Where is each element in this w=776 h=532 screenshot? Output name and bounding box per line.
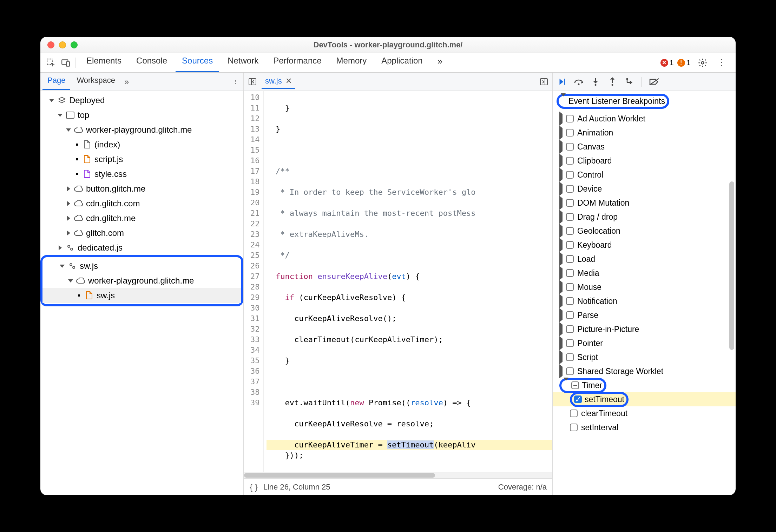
settings-icon[interactable]	[696, 56, 710, 70]
category-item[interactable]: Notification	[553, 294, 736, 308]
category-item[interactable]: Media	[553, 266, 736, 280]
category-item[interactable]: Parse	[553, 308, 736, 322]
checkbox[interactable]	[566, 171, 574, 179]
subtab-more[interactable]: »	[121, 77, 132, 87]
timer-child[interactable]: clearTimeout	[553, 406, 736, 420]
category-item[interactable]: Script	[553, 350, 736, 364]
category-item[interactable]: Device	[553, 182, 736, 196]
checkbox[interactable]	[566, 213, 574, 221]
tree-file-scriptjs[interactable]: script.js	[40, 152, 243, 167]
timer-child[interactable]: ✓setTimeout	[553, 392, 736, 406]
subtab-page[interactable]: Page	[42, 73, 70, 90]
tree-deployed[interactable]: Deployed	[40, 93, 243, 108]
tree-origin-button[interactable]: button.glitch.me	[40, 181, 243, 196]
tab-performance[interactable]: Performance	[267, 53, 328, 72]
tab-network[interactable]: Network	[221, 53, 265, 72]
editor-hscrollbar[interactable]	[244, 472, 552, 478]
right-vscrollbar[interactable]	[729, 181, 734, 350]
kebab-menu-icon[interactable]: ⋮	[715, 56, 729, 70]
checkbox[interactable]	[570, 410, 578, 417]
pretty-print-icon[interactable]: { }	[250, 482, 258, 492]
tree-top[interactable]: top	[40, 108, 243, 122]
tree-file-stylecss[interactable]: style.css	[40, 167, 243, 181]
category-item[interactable]: Pointer	[553, 336, 736, 350]
tree-origin-cdncom[interactable]: cdn.glitch.com	[40, 196, 243, 211]
navigator-pane: Page Workspace » ⋮ Deployed top	[40, 73, 244, 495]
category-item[interactable]: Canvas	[553, 140, 736, 154]
zoom-window-button[interactable]	[71, 41, 78, 48]
tree-sw-root[interactable]: sw.js	[42, 259, 241, 273]
category-item[interactable]: Drag / drop	[553, 210, 736, 224]
checkbox[interactable]	[566, 199, 574, 207]
code-editor[interactable]: 1011121314151617181920212223242526272829…	[244, 91, 552, 472]
tab-elements[interactable]: Elements	[80, 53, 128, 72]
category-item[interactable]: Control	[553, 168, 736, 182]
checkbox[interactable]	[566, 143, 574, 151]
tree-sw-origin[interactable]: worker-playground.glitch.me	[42, 273, 241, 288]
checkbox[interactable]	[566, 115, 574, 122]
tree-origin-glitch[interactable]: glitch.com	[40, 226, 243, 240]
tab-memory[interactable]: Memory	[330, 53, 373, 72]
tree-file-index[interactable]: (index)	[40, 137, 243, 152]
category-item[interactable]: Ad Auction Worklet	[553, 112, 736, 126]
resume-icon[interactable]	[557, 77, 567, 87]
line-gutter[interactable]: 1011121314151617181920212223242526272829…	[244, 91, 264, 472]
category-item[interactable]: Keyboard	[553, 238, 736, 252]
navigator-menu-icon[interactable]: ⋮	[230, 76, 241, 87]
code-lines[interactable]: } } /** * In order to keep the ServiceWo…	[264, 91, 553, 472]
tab-console[interactable]: Console	[130, 53, 173, 72]
checkbox[interactable]	[570, 424, 578, 431]
checkbox[interactable]	[566, 129, 574, 137]
checkbox-checked[interactable]: ✓	[574, 395, 582, 403]
step-into-icon[interactable]	[590, 77, 601, 87]
timer-child[interactable]: setInterval	[553, 420, 736, 434]
checkbox[interactable]	[566, 227, 574, 235]
toggle-navigator-icon[interactable]	[247, 76, 258, 87]
category-item[interactable]: Load	[553, 252, 736, 266]
category-item[interactable]: DOM Mutation	[553, 196, 736, 210]
checkbox[interactable]	[566, 157, 574, 165]
tab-sources[interactable]: Sources	[176, 53, 219, 72]
more-tabs[interactable]: »	[431, 53, 449, 72]
step-over-icon[interactable]	[573, 77, 584, 87]
device-toolbar-icon[interactable]	[59, 56, 73, 70]
step-out-icon[interactable]	[607, 77, 618, 87]
checkbox[interactable]	[566, 241, 574, 249]
error-icon[interactable]: ✕	[660, 59, 668, 67]
tab-application[interactable]: Application	[375, 53, 429, 72]
checkbox[interactable]	[566, 367, 574, 375]
category-item[interactable]: Mouse	[553, 280, 736, 294]
category-item[interactable]: Shared Storage Worklet	[553, 364, 736, 378]
editor-tab-swjs[interactable]: sw.js ✕	[262, 74, 295, 89]
step-icon[interactable]	[624, 77, 634, 87]
checkbox-mixed[interactable]	[571, 381, 579, 389]
checkbox[interactable]	[566, 255, 574, 263]
subtab-workspace[interactable]: Workspace	[72, 73, 120, 90]
warning-icon[interactable]: !	[677, 59, 685, 67]
category-item[interactable]: Geolocation	[553, 224, 736, 238]
close-window-button[interactable]	[47, 41, 54, 48]
category-timer[interactable]: Timer	[553, 378, 736, 392]
tree-origin-wp[interactable]: worker-playground.glitch.me	[40, 122, 243, 137]
category-item[interactable]: Picture-in-Picture	[553, 322, 736, 336]
checkbox[interactable]	[566, 297, 574, 305]
toggle-debugger-icon[interactable]	[538, 76, 550, 87]
category-item[interactable]: Clipboard	[553, 154, 736, 168]
checkbox[interactable]	[566, 325, 574, 333]
checkbox[interactable]	[566, 269, 574, 277]
checkbox[interactable]	[566, 185, 574, 193]
section-event-listener-breakpoints[interactable]: Event Listener Breakpoints	[553, 91, 736, 112]
error-badges[interactable]: ✕1 !1	[660, 58, 691, 67]
checkbox[interactable]	[566, 283, 574, 291]
inspect-element-icon[interactable]	[44, 56, 58, 70]
checkbox[interactable]	[566, 311, 574, 319]
tree-sw-file[interactable]: sw.js	[42, 288, 241, 303]
deactivate-breakpoints-icon[interactable]	[649, 77, 659, 87]
checkbox[interactable]	[566, 353, 574, 361]
checkbox[interactable]	[566, 339, 574, 347]
tree-dedicated[interactable]: dedicated.js	[40, 240, 243, 255]
minimize-window-button[interactable]	[59, 41, 66, 48]
category-item[interactable]: Animation	[553, 126, 736, 140]
close-tab-icon[interactable]: ✕	[285, 77, 292, 86]
tree-origin-cdnme[interactable]: cdn.glitch.me	[40, 211, 243, 226]
